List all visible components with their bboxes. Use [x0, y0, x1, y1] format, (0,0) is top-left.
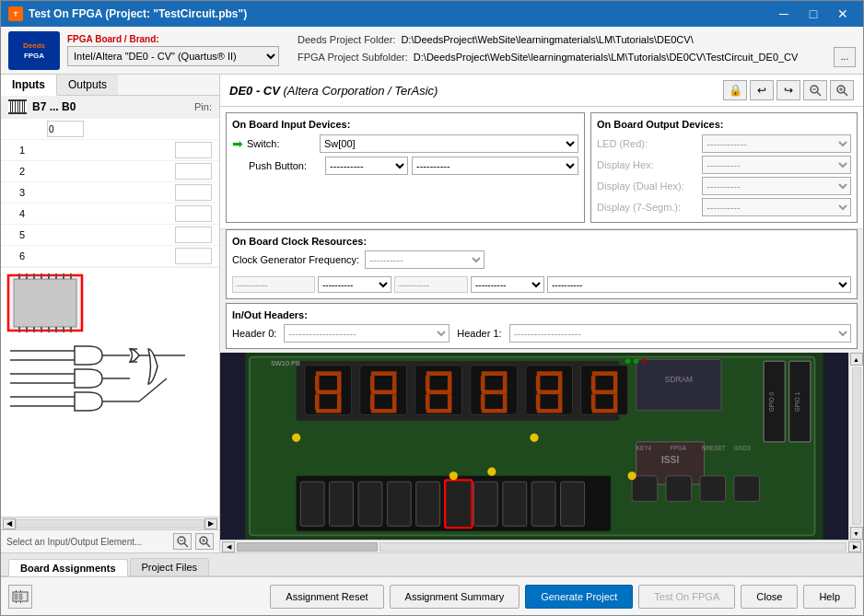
svg-text:NRESET: NRESET [702, 445, 726, 451]
test-on-fpga-button[interactable]: Test On FPGA [638, 585, 735, 609]
dual-hex-select[interactable]: ---------- [702, 177, 851, 195]
tab-board-assignments[interactable]: Board Assignments [8, 559, 128, 576]
board-image-area: SDRAM ISSI [220, 353, 863, 540]
scroll-up-btn[interactable]: ▲ [850, 353, 863, 366]
tab-project-files[interactable]: Project Files [130, 558, 210, 575]
assignment-reset-button[interactable]: Assignment Reset [270, 585, 383, 609]
input-devices-section: On Board Input Devices: ➡ Switch: Sw[00]… [226, 112, 585, 223]
hex-select[interactable]: ---------- [702, 156, 851, 174]
svg-rect-3 [14, 279, 76, 327]
lock-button[interactable]: 🔒 [723, 80, 747, 100]
app-icon: T [8, 6, 23, 21]
svg-rect-95 [592, 409, 618, 413]
io-headers-title: In/Out Headers: [232, 309, 851, 320]
redo-button[interactable]: ↪ [776, 80, 800, 100]
undo-button[interactable]: ↩ [750, 80, 774, 100]
svg-rect-82 [537, 371, 563, 376]
right-panel: DE0 - CV (Altera Corporation / TerAsic) … [220, 75, 863, 552]
board-scroll-left-btn[interactable]: ◀ [222, 541, 235, 552]
svg-rect-91 [613, 376, 618, 391]
hex-label: Display Hex: [597, 159, 698, 170]
zoom-in-btn[interactable] [195, 533, 214, 550]
pin-4-input[interactable] [175, 205, 212, 222]
zoom-out-board-btn[interactable] [803, 80, 827, 100]
led-label: LED (Red): [597, 138, 698, 149]
maximize-button[interactable]: □ [800, 5, 826, 23]
svg-rect-54 [316, 371, 342, 376]
pin-1-input[interactable] [175, 142, 212, 158]
generate-project-button[interactable]: Generate Project [525, 585, 633, 609]
svg-rect-84 [558, 376, 563, 391]
svg-rect-65 [370, 394, 375, 410]
close-window-button[interactable]: ✕ [830, 5, 856, 23]
svg-rect-81 [482, 409, 508, 413]
scroll-left-btn[interactable]: ◀ [3, 518, 16, 529]
bus-header: B7 ... B0 Pin: [1, 96, 219, 119]
board-select[interactable]: Intel/Altera "DE0 - CV" (Quartus® II) [67, 46, 279, 66]
switch-row: ➡ Switch: Sw[00] [232, 134, 578, 153]
tab-inputs[interactable]: Inputs [1, 75, 57, 96]
svg-rect-58 [315, 394, 320, 410]
zoom-in-board-btn[interactable] [830, 80, 854, 100]
pin-5-input[interactable] [175, 227, 212, 243]
clock-freq-select[interactable]: ---------- [365, 250, 485, 269]
browse-button[interactable]: ... [834, 47, 856, 67]
pin-0-input[interactable] [47, 121, 84, 137]
clock-sub-select1[interactable]: ---------- [318, 276, 391, 293]
titlebar: T Test On FPGA (Project: "TestCircuit.pb… [1, 1, 863, 27]
svg-point-130 [634, 358, 639, 364]
assignment-summary-button[interactable]: Assignment Summary [390, 585, 520, 609]
zoom-out-btn[interactable] [173, 533, 192, 550]
svg-rect-83 [536, 376, 541, 391]
board-hscroll-track[interactable] [379, 542, 846, 552]
minimize-button[interactable]: ─ [771, 5, 797, 23]
pin-2-input[interactable] [175, 163, 212, 180]
board-controls: 🔒 ↩ ↪ [723, 80, 854, 100]
pin-3-input[interactable] [175, 184, 212, 201]
led-select[interactable]: ------------ [702, 134, 851, 153]
pin-header: Pin: [194, 101, 212, 112]
board-scroll-right-btn[interactable]: ▶ [848, 541, 861, 552]
board-model: DE0 - CV [229, 84, 280, 98]
scroll-right-btn[interactable]: ▶ [204, 518, 217, 529]
svg-rect-85 [537, 390, 563, 395]
clock-sub1: ---------- [232, 276, 315, 293]
seg-select[interactable]: ---------- [702, 198, 851, 216]
svg-point-122 [530, 434, 538, 442]
project-folder-label: Deeds Project Folder: [298, 34, 395, 45]
svg-rect-69 [426, 376, 430, 391]
svg-rect-87 [558, 394, 563, 410]
help-button[interactable]: Help [803, 585, 856, 609]
close-button[interactable]: Close [741, 585, 798, 609]
svg-rect-93 [591, 394, 596, 410]
pin-6-input[interactable] [175, 248, 212, 264]
header1-select[interactable]: -------------------- [509, 324, 851, 343]
vscroll-track[interactable] [852, 367, 861, 525]
svg-rect-89 [592, 371, 618, 376]
svg-rect-88 [537, 409, 563, 413]
svg-rect-103 [358, 482, 382, 526]
clock-sub-select2[interactable]: ---------- [471, 276, 544, 293]
svg-rect-80 [503, 394, 508, 410]
horizontal-scrollbar[interactable]: ◀ ▶ [1, 517, 219, 529]
svg-line-30 [139, 378, 167, 401]
tab-outputs[interactable]: Outputs [57, 75, 118, 95]
switch-select[interactable]: Sw[00] [320, 134, 578, 153]
svg-rect-79 [481, 394, 485, 410]
svg-rect-70 [448, 376, 452, 391]
svg-rect-110 [561, 482, 585, 526]
vertical-scrollbar[interactable]: ▲ ▼ [848, 353, 863, 540]
pushbutton-select2[interactable]: ---------- [412, 157, 578, 175]
scroll-down-btn[interactable]: ▼ [850, 527, 863, 540]
svg-rect-67 [371, 409, 397, 413]
status-text: Select an Input/Output Element... [6, 537, 169, 547]
board-svg: SDRAM ISSI [220, 353, 848, 540]
clock-sub-select3[interactable]: ---------- [547, 276, 851, 293]
pushbutton-select1[interactable]: ---------- [325, 157, 408, 175]
board-hscroll[interactable]: ◀ ▶ [220, 540, 863, 552]
config-top-row: On Board Input Devices: ➡ Switch: Sw[00]… [220, 107, 863, 229]
svg-rect-60 [316, 409, 342, 413]
svg-rect-75 [482, 371, 508, 376]
header0-select[interactable]: -------------------- [284, 324, 450, 343]
hscroll-track[interactable] [16, 519, 204, 529]
